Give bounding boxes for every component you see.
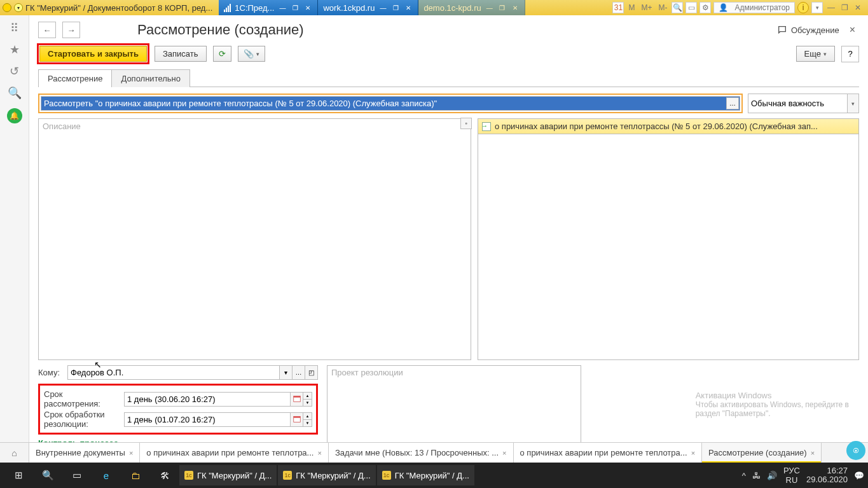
tab-close-icon[interactable]: ×: [691, 449, 695, 457]
tab-close-icon[interactable]: ×: [502, 449, 506, 457]
notifications-icon[interactable]: 🔔: [7, 108, 22, 123]
tab-close-icon[interactable]: ×: [129, 449, 133, 457]
tab-close-icon[interactable]: ✕: [303, 3, 312, 12]
windows-taskbar: ⊞ 🔍 ▭ e 🗀 🛠 1cГК "Меркурий" / Д... 1cГК …: [0, 463, 868, 488]
favorites-icon[interactable]: ★: [7, 43, 22, 56]
nav-back-button[interactable]: ←: [38, 22, 56, 38]
start-button[interactable]: ⊞: [4, 463, 33, 488]
tray-lang1[interactable]: РУС: [783, 466, 800, 475]
app-tab-2[interactable]: о причинах аварии при ремонте теплотра..…: [140, 443, 329, 463]
subject-picker-button[interactable]: …: [726, 97, 739, 109]
attachment-title: о причинах аварии при ремонте теплотрасс…: [495, 122, 818, 131]
app-menu-dropdown[interactable]: ▾: [14, 3, 23, 12]
review-deadline-label: Срок рассмотрения:: [44, 389, 120, 408]
home-tab-button[interactable]: ⌂: [0, 443, 29, 463]
browser-tab-3[interactable]: demo.1c-kpd.ru — ❐ ✕: [418, 0, 525, 15]
window-restore-icon[interactable]: ❐: [839, 3, 850, 12]
mem-mplus[interactable]: M+: [639, 3, 654, 12]
more-button[interactable]: Еще: [796, 46, 835, 62]
info-dropdown[interactable]: ▾: [811, 2, 823, 13]
tab-restore-icon[interactable]: ❐: [498, 3, 507, 12]
attach-dropdown-button[interactable]: 📎: [238, 46, 265, 62]
edge-icon[interactable]: e: [92, 463, 121, 488]
tray-volume-icon[interactable]: 🔊: [767, 471, 777, 480]
write-button[interactable]: Записать: [155, 46, 207, 62]
tray-up-icon[interactable]: ^: [742, 471, 746, 480]
start-and-close-button[interactable]: Стартовать и закрыть: [39, 46, 147, 62]
tab-review[interactable]: Рассмотрение: [38, 69, 112, 87]
svg-rect-3: [293, 417, 300, 418]
window-list-icon[interactable]: ▭: [685, 2, 697, 13]
resolution-deadline-input[interactable]: [124, 412, 291, 427]
recipient-input[interactable]: [67, 365, 280, 380]
tab-close-icon[interactable]: ×: [317, 449, 321, 457]
calendar-button[interactable]: [291, 392, 303, 407]
close-form-button[interactable]: ×: [846, 24, 859, 36]
tab-close-icon[interactable]: ✕: [511, 3, 520, 12]
discussion-button[interactable]: Обсуждение: [777, 25, 839, 35]
browser-tab-1[interactable]: 1С:Пред... — ❐ ✕: [219, 0, 318, 15]
refresh-button[interactable]: ⟳: [213, 46, 231, 62]
mem-m[interactable]: M: [626, 3, 637, 12]
nav-forward-button[interactable]: →: [62, 22, 80, 38]
tray-network-icon[interactable]: 🖧: [752, 471, 761, 480]
tray-lang2[interactable]: RU: [783, 475, 800, 485]
tab-label: work.1ckpd.ru: [323, 3, 375, 13]
zoom-icon[interactable]: 🔍: [672, 2, 683, 13]
task-view-icon[interactable]: ▭: [62, 463, 92, 488]
tab-restore-icon[interactable]: ❐: [291, 3, 300, 12]
description-textarea[interactable]: Описание ▫: [38, 118, 471, 360]
tab-minimize-icon[interactable]: —: [378, 3, 387, 12]
settings-icon[interactable]: ⚙: [699, 2, 711, 13]
mem-mminus[interactable]: M-: [656, 3, 669, 12]
recipient-dropdown-button[interactable]: ▾: [280, 365, 293, 380]
importance-select[interactable]: Обычная важность: [748, 94, 848, 113]
explorer-icon[interactable]: 🗀: [121, 463, 150, 488]
resolution-placeholder: Проект резолюции: [331, 368, 403, 377]
history-icon[interactable]: ↺: [7, 65, 22, 78]
apps-grid-icon[interactable]: ⠿: [7, 22, 22, 34]
tray-notifications-icon[interactable]: 💬: [854, 471, 864, 480]
taskbar-app-3[interactable]: 1cГК "Меркурий" / Д...: [377, 465, 474, 485]
app-tab-5[interactable]: Рассмотрение (создание)×: [702, 443, 822, 463]
taskbar-search-icon[interactable]: 🔍: [33, 463, 62, 488]
current-user[interactable]: 👤Администратор: [713, 2, 795, 13]
tab-additional[interactable]: Дополнительно: [111, 69, 190, 87]
resolution-project-textarea[interactable]: Проект резолюции: [327, 365, 581, 451]
description-placeholder: Описание: [43, 122, 81, 131]
resolution-deadline-spinner[interactable]: ▲▼: [303, 412, 312, 427]
review-deadline-input[interactable]: [124, 392, 291, 407]
window-minimize-icon[interactable]: —: [825, 3, 837, 12]
tab-close-icon[interactable]: ✕: [404, 3, 413, 12]
tab-minimize-icon[interactable]: —: [278, 3, 287, 12]
subject-input[interactable]: [41, 96, 740, 111]
page-header: ← → Рассмотрение (создание) Обсуждение ×: [29, 15, 868, 42]
left-sidebar: ⠿ ★ ↺ 🔍 🔔: [0, 15, 29, 463]
importance-dropdown-button[interactable]: ▾: [848, 94, 859, 113]
app-tab-1[interactable]: Внутренние документы×: [29, 443, 140, 463]
app-tab-3[interactable]: Задачи мне (Новых: 13 / Просроченных: ..…: [329, 443, 514, 463]
recipient-open-button[interactable]: ◰: [305, 365, 318, 380]
app-tab-4[interactable]: о причинах аварии при ремонте теплотра..…: [514, 443, 703, 463]
support-chat-bubble[interactable]: ⦿: [846, 441, 865, 460]
tab-restore-icon[interactable]: ❐: [391, 3, 400, 12]
window-close-icon[interactable]: ✕: [853, 3, 863, 12]
calendar-button[interactable]: [291, 412, 303, 427]
search-icon[interactable]: 🔍: [7, 87, 22, 99]
expand-description-button[interactable]: ▫: [460, 118, 472, 129]
calendar-icon[interactable]: 31: [612, 2, 624, 13]
attachment-header[interactable]: о причинах аварии при ремонте теплотрасс…: [478, 118, 859, 134]
window-title: ГК "Меркурий" / Документооборот 8 КОРП, …: [25, 3, 212, 13]
paperclip-icon: 📎: [244, 49, 254, 59]
app-icon[interactable]: 🛠: [150, 463, 179, 488]
browser-tab-2[interactable]: work.1ckpd.ru — ❐ ✕: [318, 0, 418, 15]
taskbar-app-2[interactable]: 1cГК "Меркурий" / Д...: [278, 465, 375, 485]
help-button[interactable]: ?: [841, 46, 859, 62]
info-icon[interactable]: i: [797, 2, 809, 13]
tab-close-icon[interactable]: ×: [811, 449, 815, 457]
recipient-picker-button[interactable]: …: [293, 365, 305, 380]
deadlines-block: Срок рассмотрения: ▲▼ Срок обработки рез…: [38, 384, 318, 435]
tab-minimize-icon[interactable]: —: [485, 3, 494, 12]
review-deadline-spinner[interactable]: ▲▼: [303, 392, 312, 407]
taskbar-app-1[interactable]: 1cГК "Меркурий" / Д...: [179, 465, 277, 485]
